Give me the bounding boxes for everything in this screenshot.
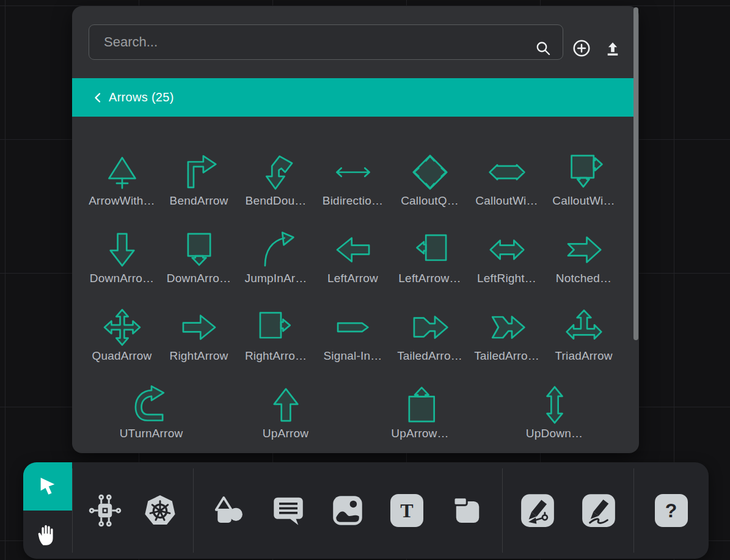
frame-icon	[448, 492, 484, 529]
frame-tool[interactable]	[447, 491, 486, 530]
shape-label: Notched…	[556, 271, 611, 286]
comment-tool[interactable]	[269, 491, 308, 530]
jump-in-arrow-icon	[255, 211, 297, 271]
shape-item[interactable]: DownArro…	[161, 210, 238, 288]
shape-label: Signal-In…	[324, 348, 382, 364]
shape-item[interactable]: Bidirectio…	[315, 133, 392, 210]
shapes-icon	[211, 492, 247, 529]
shape-label: RightArrow	[170, 348, 228, 364]
search-input[interactable]	[89, 24, 563, 60]
shape-item[interactable]: JumpInAr…	[238, 210, 315, 288]
notched-right-arrow-icon	[563, 211, 605, 271]
cursor-icon	[35, 474, 60, 500]
pan-tool[interactable]	[23, 511, 72, 559]
object-tool-group: T	[193, 462, 502, 559]
pen-tool-group	[502, 462, 633, 559]
down-arrow-icon	[101, 211, 143, 271]
quad-arrow-icon	[101, 289, 143, 348]
right-arrow-callout-icon	[255, 289, 297, 348]
callout-right-down-arrow-icon	[563, 134, 605, 193]
image-icon	[329, 492, 366, 529]
shape-item[interactable]: UTurnArrow	[84, 365, 219, 443]
up-down-arrow-icon	[534, 366, 575, 426]
bidirectional-arrow-icon	[332, 134, 374, 193]
right-arrow-icon	[178, 289, 220, 348]
shape-label: Bidirectio…	[323, 193, 383, 209]
comment-icon	[270, 492, 307, 529]
shape-label: UTurnArrow	[120, 426, 183, 442]
shape-label: CalloutWi…	[475, 193, 538, 209]
shape-item[interactable]: UpArrow	[219, 365, 353, 443]
shape-item[interactable]: UpDown…	[487, 365, 622, 443]
shape-grid: ArrowWith…BendArrowBendDou…Bidirectio…Ca…	[72, 117, 633, 443]
left-right-arrow-icon	[486, 211, 528, 271]
shape-item[interactable]: QuadArrow	[84, 288, 161, 365]
shape-item[interactable]: TriadArrow	[546, 288, 622, 365]
tailed-arrow-pentagon-icon	[409, 289, 451, 348]
help-icon: ?	[655, 494, 688, 527]
help-glyph: ?	[665, 500, 677, 522]
down-arrow-callout-icon	[178, 211, 220, 271]
callout-left-right-arrow-icon	[486, 134, 528, 193]
chevron-left-icon[interactable]	[93, 92, 103, 103]
shape-item[interactable]: CalloutWi…	[546, 133, 622, 210]
shape-item[interactable]: CalloutWi…	[469, 133, 546, 210]
network-diagram-tool[interactable]	[86, 491, 125, 530]
up-arrow-callout-icon	[400, 366, 441, 426]
shape-item[interactable]: TailedArro…	[469, 288, 546, 365]
triad-arrow-icon	[563, 289, 605, 348]
shape-item[interactable]: Notched…	[546, 210, 622, 288]
shape-label: BendArrow	[170, 193, 228, 209]
shape-item[interactable]: LeftRight…	[469, 210, 546, 288]
shape-item[interactable]: BendArrow	[161, 133, 238, 210]
plus-circle-icon[interactable]	[572, 38, 591, 58]
shape-label: UpArrow…	[391, 426, 449, 442]
shape-label: LeftRight…	[477, 271, 536, 286]
left-arrow-icon	[332, 211, 374, 271]
scrollbar-thumb[interactable]	[633, 7, 638, 340]
callout-quad-arrow-icon	[409, 134, 451, 193]
left-arrow-callout-icon	[409, 211, 451, 271]
search-icon[interactable]	[535, 40, 552, 57]
canvas-gridline	[5, 0, 5, 560]
bottom-toolbar: T ?	[23, 462, 709, 559]
shape-item[interactable]: DownArro…	[84, 210, 161, 288]
upload-icon[interactable]	[603, 38, 622, 58]
connector-pen-tool[interactable]	[518, 491, 557, 530]
shape-item[interactable]: RightArrow	[161, 288, 238, 365]
hand-icon	[35, 522, 60, 548]
shape-label: CalloutWi…	[552, 193, 615, 209]
shapes-tool[interactable]	[210, 491, 249, 530]
chip-network-icon	[87, 492, 123, 529]
pointer-tool-group	[23, 462, 72, 559]
shape-label: UpArrow	[263, 426, 308, 442]
image-tool[interactable]	[328, 491, 367, 530]
shape-label: DownArro…	[167, 271, 231, 286]
shape-label: JumpInAr…	[244, 271, 307, 286]
help-group: ?	[633, 462, 709, 559]
shape-item[interactable]: ArrowWith…	[84, 133, 161, 210]
shape-item[interactable]: LeftArrow…	[392, 210, 469, 288]
kubernetes-icon	[142, 492, 178, 529]
shape-item[interactable]: RightArro…	[238, 288, 315, 365]
shape-item[interactable]: Signal-In…	[315, 288, 392, 365]
text-tool[interactable]: T	[387, 491, 426, 530]
freehand-pen-tool[interactable]	[579, 491, 618, 530]
text-glyph: T	[400, 500, 413, 522]
shape-label: DownArro…	[90, 271, 154, 286]
up-arrow-icon	[265, 366, 307, 426]
select-tool[interactable]	[23, 462, 72, 511]
category-header: Arrows (25)	[72, 78, 633, 117]
shape-item[interactable]: LeftArrow	[315, 210, 392, 288]
kubernetes-tool[interactable]	[141, 491, 180, 530]
shape-library-panel: Arrows (25) ArrowWith…BendArrowBendDou…B…	[72, 6, 639, 453]
bend-double-arrow-icon	[255, 134, 297, 193]
signal-in-icon	[332, 289, 374, 348]
shape-item[interactable]: CalloutQ…	[392, 133, 469, 210]
shape-item[interactable]: BendDou…	[238, 133, 315, 210]
help-tool[interactable]: ?	[652, 491, 691, 530]
shape-item[interactable]: TailedArro…	[392, 288, 469, 365]
shape-label: UpDown…	[526, 426, 583, 442]
shape-item[interactable]: UpArrow…	[353, 365, 487, 443]
shape-label: RightArro…	[245, 348, 307, 364]
